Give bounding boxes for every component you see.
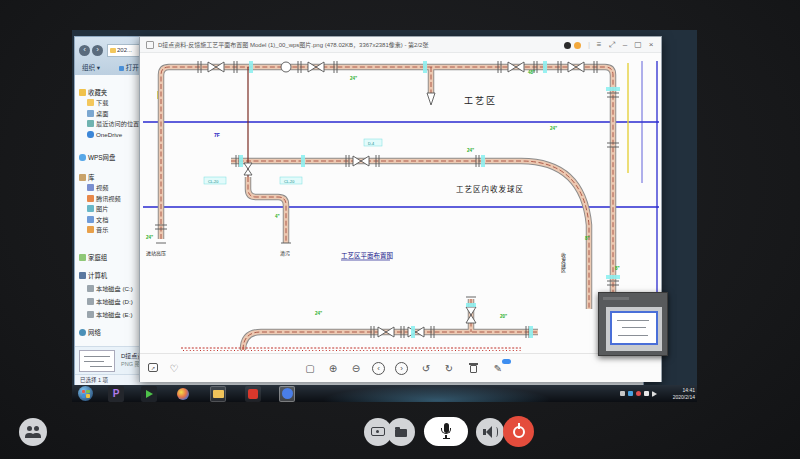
windows-logo-icon [82,390,90,398]
pictures-icon [87,205,94,212]
piping-diagram: CL-20 CL-20 D-4 24" 24" 8" 24" 24" 20" [140,53,661,353]
tray-icon-2[interactable] [628,391,633,396]
open-button[interactable]: 打开 [119,62,139,72]
crop-icon[interactable]: ▢ [302,354,318,383]
rotate-left-icon[interactable]: ↺ [418,354,434,383]
cloud-icon [79,154,86,161]
taskbar-app-pdf-reader[interactable] [245,386,261,402]
sidebar-item-homegroup[interactable]: 家庭组 [79,253,107,262]
sidebar-item-computer[interactable]: 计算机 [79,271,107,280]
sidebar-item-tencent-video[interactable]: 腾讯视频 [87,194,121,203]
flanges [155,61,619,338]
maximize-button[interactable]: ▢ [632,37,644,53]
zoom-in-icon[interactable]: ⊕ [325,354,341,383]
svg-text:24": 24" [350,76,357,81]
svg-text:24": 24" [467,148,474,153]
disk-icon [87,298,94,305]
people-icon [27,426,32,431]
share-folder-button[interactable] [387,418,415,446]
speaker-button[interactable] [476,418,504,446]
sidebar-item-documents[interactable]: 文档 [87,215,108,224]
tray-icon-3[interactable] [636,391,641,396]
sidebar-item-downloads[interactable]: 下载 [87,98,108,107]
selected-file-thumbnail[interactable] [79,350,115,372]
participants-button[interactable] [19,418,47,446]
taskbar-app-messenger-active[interactable] [279,386,295,402]
image-file-icon [146,41,154,49]
svg-text:D-4: D-4 [368,142,374,146]
tray-icon-4[interactable] [644,391,649,396]
pip-content-thumbnail [610,311,658,345]
taskbar-app-browser[interactable] [175,386,191,402]
label-drain: 清污 [280,250,290,257]
document-icon [87,216,94,223]
sidebar-item-disk-c[interactable]: 本地磁盘 (C:) [87,284,133,293]
cloud-icon [87,131,94,138]
taskbar-app-video-player[interactable] [141,386,157,402]
zoom-out-icon[interactable]: ⊖ [348,354,364,383]
region-label-band: 工艺区内收发球区 [456,184,524,194]
next-image-button[interactable]: › [395,362,408,375]
sidebar-item-disk-e[interactable]: 本地磁盘 (E:) [87,310,132,319]
library-icon [79,174,86,181]
organize-menu[interactable]: 组织 ▾ [82,62,100,72]
drawing-caption: 工艺区平面布置图 [341,251,393,260]
delete-icon[interactable] [470,365,477,373]
sidebar-item-music[interactable]: 音乐 [87,225,108,234]
svg-text:20": 20" [500,314,507,319]
sidebar-item-libraries[interactable]: 库 [79,173,94,182]
sidebar-item-favorites[interactable]: 收藏夹 [79,88,107,97]
microphone-button[interactable] [424,417,468,446]
disk-icon [87,311,94,318]
volume-icon[interactable] [652,391,657,397]
address-bar[interactable]: 202... [107,44,141,57]
desktop-icon [87,110,94,117]
new-feature-badge [502,359,511,364]
sidebar-item-onedrive[interactable]: OneDrive [87,130,122,139]
sidebar-item-pictures[interactable]: 图片 [87,204,108,213]
video-call-window: ‹ › 202... 组织 ▾ 打开 收藏夹 下载 桌面 最近访问的位置 One… [0,0,800,459]
label-right-vertical: 收发球区 [560,252,566,273]
taskbar-clock[interactable]: 14:41 2020/2/14 [663,387,695,400]
svg-text:8": 8" [615,266,620,271]
music-icon [87,226,94,233]
computer-icon [79,272,86,279]
svg-text:24": 24" [315,311,322,316]
rotate-right-icon[interactable]: ↻ [441,354,457,383]
close-button[interactable]: × [645,37,657,53]
previous-image-button[interactable]: ‹ [372,362,385,375]
menu-icon[interactable]: ≡ [593,37,605,53]
pip-video-tile[interactable] [598,292,668,356]
fullscreen-icon[interactable]: ⤢ [606,37,618,53]
sidebar-item-wps-cloud[interactable]: WPS网盘 [79,153,115,162]
recent-icon [87,120,94,127]
drawing-canvas[interactable]: CL-20 CL-20 D-4 24" 24" 8" 24" 24" 20" [140,53,661,353]
minimize-button[interactable]: – [619,37,631,53]
clock-date: 2020/2/14 [663,394,695,401]
svg-text:4": 4" [275,214,280,219]
sidebar-item-recent-places[interactable]: 最近访问的位置 [87,119,139,128]
dimension-labels: 24" 24" 8" 24" 24" 20" 24" 4" 48" 8" [146,70,620,319]
tray-icon-1[interactable] [620,391,625,396]
viewer-title: D接点资料-反馈施工艺平面布置图 Model (1)_00_wps图片.png … [158,37,514,53]
favorite-icon[interactable]: ♡ [166,354,182,383]
forward-button[interactable]: › [92,45,103,56]
start-button[interactable] [78,386,93,401]
sidebar-item-desktop[interactable]: 桌面 [87,109,108,118]
back-button[interactable]: ‹ [79,45,90,56]
theme-icon[interactable] [564,42,571,49]
svg-text:24": 24" [550,126,557,131]
label-inlet: 进站高压 [146,250,166,257]
end-call-button[interactable] [503,416,534,447]
taskbar-glow [322,385,552,402]
share-icon[interactable]: ↗ [148,363,158,372]
open-icon [119,66,124,71]
taskbar-app-p[interactable]: P [108,386,124,402]
sidebar-item-videos[interactable]: 视频 [87,183,108,192]
highlight-marks [239,61,620,338]
sidebar-item-network[interactable]: 网络 [79,328,101,337]
vip-icon[interactable] [574,42,581,49]
sidebar-item-disk-d[interactable]: 本地磁盘 (D:) [87,297,133,306]
taskbar-app-file-manager[interactable] [210,386,226,402]
image-viewer-window[interactable]: D接点资料-反馈施工艺平面布置图 Model (1)_00_wps图片.png … [139,36,662,382]
